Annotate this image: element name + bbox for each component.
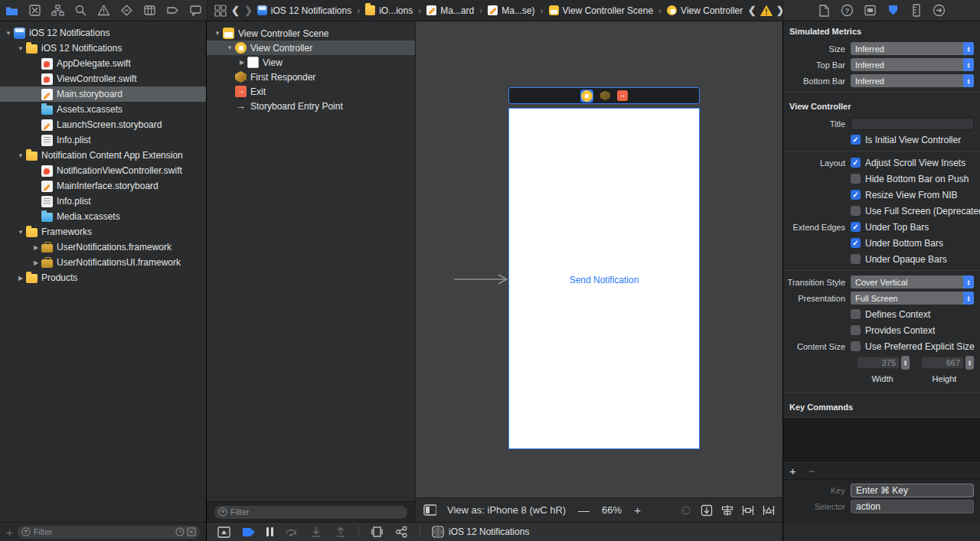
hide-bottom-bar-checkbox[interactable]: [851, 174, 861, 184]
resize-view-from-nib-checkbox[interactable]: [851, 190, 861, 200]
defines-context-checkbox[interactable]: [851, 309, 861, 319]
dock-view-controller-icon[interactable]: [580, 90, 593, 103]
align-icon[interactable]: [720, 504, 733, 517]
breakpoints-toggle-icon[interactable]: [242, 526, 255, 539]
disclosure-triangle[interactable]: [16, 275, 25, 282]
find-navigator-icon[interactable]: [74, 4, 87, 17]
key-commands-table[interactable]: [783, 417, 980, 463]
issue-navigator-icon[interactable]: [97, 4, 110, 17]
nav-row-file[interactable]: AppDelegate.swift: [0, 56, 206, 71]
nav-row-group[interactable]: Frameworks: [0, 224, 206, 240]
bottom-bar-dropdown[interactable]: Inferred▴▾: [851, 74, 974, 87]
nav-row-group[interactable]: Notification Content App Extension: [0, 148, 206, 163]
size-inspector-icon[interactable]: [910, 4, 923, 17]
dock-first-responder-icon[interactable]: [600, 91, 610, 101]
breadcrumb-storyboard[interactable]: Ma...ard: [426, 5, 474, 16]
identity-inspector-icon[interactable]: [864, 4, 877, 17]
outline-row-view[interactable]: View: [207, 55, 415, 70]
warning-icon[interactable]: [760, 4, 773, 17]
view-controller-frame[interactable]: Send Notification: [508, 108, 700, 449]
attributes-inspector-icon[interactable]: [887, 4, 900, 17]
disclosure-triangle[interactable]: [225, 44, 234, 51]
device-configuration-icon[interactable]: [423, 504, 436, 517]
outline-row-exit[interactable]: Exit: [207, 84, 415, 99]
nav-row-file[interactable]: Info.plist: [0, 132, 206, 148]
breadcrumb-view-controller[interactable]: View Controller: [667, 5, 743, 16]
step-over-icon[interactable]: [285, 526, 298, 539]
running-app-chip[interactable]: iOS 12 Notifications: [432, 526, 529, 538]
disclosure-triangle[interactable]: [16, 152, 25, 159]
send-notification-button[interactable]: Send Notification: [509, 275, 699, 285]
nav-row-file[interactable]: ViewController.swift: [0, 71, 206, 86]
resolve-autolayout-icon[interactable]: [762, 504, 775, 517]
zoom-out-button[interactable]: —: [572, 504, 596, 517]
zoom-in-button[interactable]: +: [628, 504, 647, 517]
breadcrumb-scene[interactable]: View Controller Scene: [549, 5, 654, 16]
disclosure-triangle[interactable]: [4, 30, 13, 37]
disclosure-triangle[interactable]: [31, 259, 41, 266]
nav-row-file-selected[interactable]: Main.storyboard: [0, 86, 206, 102]
test-navigator-icon[interactable]: [120, 4, 133, 17]
view-as-label[interactable]: View as: iPhone 8 (wC hR): [447, 504, 566, 516]
under-opaque-bars-checkbox[interactable]: [851, 254, 861, 264]
presentation-dropdown[interactable]: Full Screen▴▾: [851, 292, 974, 305]
disclosure-triangle[interactable]: [213, 30, 222, 37]
under-bottom-bars-checkbox[interactable]: [851, 238, 861, 248]
project-navigator-icon[interactable]: [5, 4, 18, 17]
step-into-icon[interactable]: [309, 526, 322, 539]
selector-field[interactable]: action: [851, 500, 974, 513]
add-constraints-icon[interactable]: [741, 504, 754, 517]
nav-row-file[interactable]: MainInterface.storyboard: [0, 178, 206, 194]
outline-row-scene[interactable]: View Controller Scene: [207, 26, 415, 41]
nav-row-framework[interactable]: UserNotifications.framework: [0, 240, 206, 255]
outline-row-view-controller[interactable]: View Controller: [207, 41, 415, 55]
hide-debug-area-icon[interactable]: [217, 526, 230, 539]
add-button[interactable]: +: [6, 526, 13, 539]
transition-style-dropdown[interactable]: Cover Vertical▴▾: [851, 275, 974, 288]
height-stepper[interactable]: ▴▾: [965, 356, 974, 370]
update-frames-icon[interactable]: [679, 504, 692, 517]
key-command-remove-button[interactable]: −: [808, 464, 815, 477]
adjust-scroll-view-insets-checkbox[interactable]: [851, 158, 861, 168]
breadcrumb-storyboard-base[interactable]: Ma...se): [488, 5, 534, 16]
disclosure-triangle[interactable]: [31, 244, 41, 251]
disclosure-triangle[interactable]: [237, 59, 247, 66]
top-bar-dropdown[interactable]: Inferred▴▾: [851, 58, 974, 71]
key-command-add-button[interactable]: +: [789, 464, 796, 477]
nav-row-group[interactable]: iOS 12 Notifications: [0, 41, 206, 56]
use-preferred-explicit-size-checkbox[interactable]: [851, 341, 861, 351]
quick-help-inspector-icon[interactable]: ?: [841, 4, 854, 17]
disclosure-triangle[interactable]: [16, 229, 25, 236]
breadcrumb-project[interactable]: iOS 12 Notifications: [257, 5, 351, 16]
size-dropdown[interactable]: Inferred▴▾: [851, 42, 974, 55]
debug-navigator-icon[interactable]: [143, 4, 156, 17]
forward-chevron[interactable]: ❯: [244, 5, 253, 16]
embed-in-stack-icon[interactable]: [700, 504, 713, 517]
breakpoint-navigator-icon[interactable]: [166, 4, 179, 17]
under-top-bars-checkbox[interactable]: [851, 222, 861, 232]
memory-graph-icon[interactable]: [395, 526, 408, 539]
nav-row-file[interactable]: Assets.xcassets: [0, 102, 206, 117]
key-field[interactable]: Enter ⌘ Key: [851, 484, 974, 497]
step-out-icon[interactable]: [334, 526, 347, 539]
nav-row-framework[interactable]: UserNotificationsUI.framework: [0, 255, 206, 270]
nav-row-file[interactable]: LaunchScreen.storyboard: [0, 117, 206, 132]
outline-filter-input[interactable]: Filter: [214, 506, 407, 519]
nav-row-file[interactable]: NotificationViewController.swift: [0, 163, 206, 178]
zoom-level[interactable]: 66%: [602, 504, 622, 516]
nav-row-project[interactable]: iOS 12 Notifications: [0, 25, 206, 41]
outline-row-first-responder[interactable]: First Responder: [207, 70, 415, 84]
outline-row-entry-point[interactable]: Storyboard Entry Point: [207, 99, 415, 113]
width-stepper[interactable]: ▴▾: [901, 356, 910, 370]
is-initial-view-controller-checkbox[interactable]: [851, 135, 861, 145]
view-hierarchy-debugger-icon[interactable]: [371, 526, 384, 539]
storyboard-entry-point-arrow[interactable]: [454, 274, 509, 285]
dock-exit-icon[interactable]: [617, 90, 628, 101]
title-field[interactable]: [851, 118, 974, 130]
related-items-icon[interactable]: [214, 4, 227, 17]
file-inspector-icon[interactable]: [818, 4, 831, 17]
content-height-field[interactable]: 667: [921, 357, 964, 369]
next-issue-chevron[interactable]: ❯: [776, 5, 782, 16]
nav-row-file[interactable]: Media.xcassets: [0, 209, 206, 224]
back-chevron[interactable]: ❮: [231, 5, 240, 16]
